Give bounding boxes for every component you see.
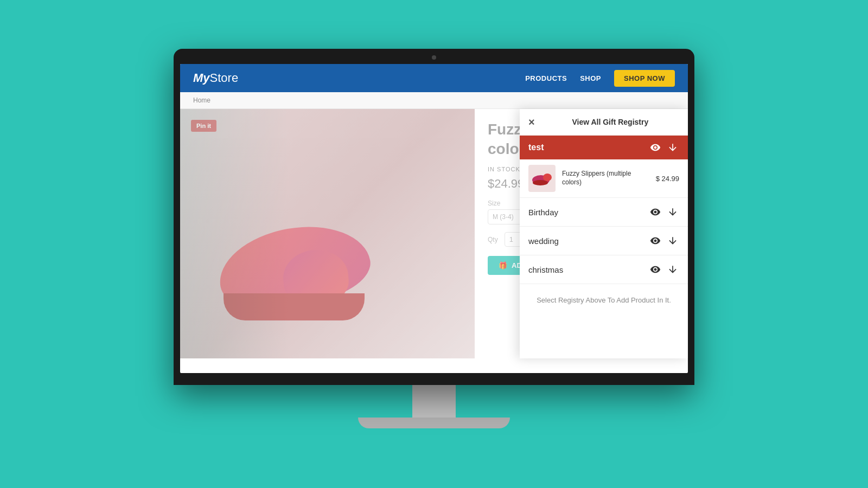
store-nav: PRODUCTS SHOP SHOP NOW <box>525 70 675 87</box>
add-icon-test[interactable] <box>666 141 679 154</box>
slipper-illustration <box>207 201 370 337</box>
registry-birthday-icons <box>649 206 679 219</box>
slipper-sole <box>224 293 365 320</box>
product-image-col: Pin it <box>180 109 475 358</box>
monitor: MyStore PRODUCTS SHOP SHOP NOW Home <box>174 49 694 439</box>
panel-title: View All Gift Registry <box>541 118 679 126</box>
breadcrumb: Home <box>180 92 688 109</box>
registry-panel: × View All Gift Registry test <box>520 109 688 358</box>
registry-product-thumb <box>528 165 556 192</box>
view-icon-birthday[interactable] <box>649 206 662 219</box>
svg-point-2 <box>533 180 548 185</box>
monitor-stand-base <box>358 418 510 428</box>
logo-my: My <box>193 71 210 85</box>
add-icon-birthday[interactable] <box>666 206 679 219</box>
registry-item-test[interactable]: test <box>520 136 688 159</box>
registry-product-info: Fuzzy Slippers (multiple colors) <box>562 170 649 187</box>
registry-birthday-name: Birthday <box>528 208 558 217</box>
registry-item-christmas[interactable]: christmas <box>520 255 688 284</box>
nav-shop[interactable]: SHOP <box>580 74 601 82</box>
registry-wedding-name: wedding <box>528 236 559 246</box>
logo-store: Store <box>210 71 239 85</box>
store-header: MyStore PRODUCTS SHOP SHOP NOW <box>180 64 688 92</box>
product-area: Pin it Fuzzy Slippers (multiple colors) … <box>180 109 688 358</box>
breadcrumb-home: Home <box>193 97 210 104</box>
view-icon-christmas[interactable] <box>649 263 662 276</box>
registry-item-birthday[interactable]: Birthday <box>520 198 688 227</box>
registry-item-wedding[interactable]: wedding <box>520 227 688 255</box>
registry-item-test-row: test <box>528 141 679 154</box>
registry-test-icons <box>649 141 679 154</box>
registry-christmas-icons <box>649 263 679 276</box>
panel-header: × View All Gift Registry <box>520 109 688 136</box>
registry-test-name: test <box>528 143 544 152</box>
view-icon-wedding[interactable] <box>649 234 662 247</box>
view-icon-test[interactable] <box>649 141 662 154</box>
product-image-bg: Pin it <box>180 109 475 358</box>
nav-products[interactable]: PRODUCTS <box>525 74 567 82</box>
monitor-screen: MyStore PRODUCTS SHOP SHOP NOW Home <box>174 49 694 385</box>
gift-icon: 🎁 <box>499 261 507 269</box>
registry-product-price: $ 24.99 <box>656 175 679 183</box>
shop-now-button[interactable]: SHOP NOW <box>614 70 675 87</box>
monitor-stand-neck <box>412 385 456 418</box>
svg-point-1 <box>543 174 552 181</box>
qty-label: Qty <box>488 236 498 243</box>
registry-product-row: Fuzzy Slippers (multiple colors) $ 24.99 <box>520 159 688 198</box>
pin-it-button[interactable]: Pin it <box>191 120 216 132</box>
registry-wedding-icons <box>649 234 679 247</box>
close-icon[interactable]: × <box>528 117 535 127</box>
add-icon-christmas[interactable] <box>666 263 679 276</box>
select-prompt: Select Registry Above To Add Product In … <box>520 284 688 317</box>
screen-inner: MyStore PRODUCTS SHOP SHOP NOW Home <box>180 64 688 373</box>
registry-christmas-name: christmas <box>528 265 563 274</box>
registry-product-name: Fuzzy Slippers (multiple colors) <box>562 170 649 187</box>
add-icon-wedding[interactable] <box>666 234 679 247</box>
registry-list: test <box>520 136 688 358</box>
monitor-dot <box>432 55 436 60</box>
store-logo: MyStore <box>193 71 238 85</box>
